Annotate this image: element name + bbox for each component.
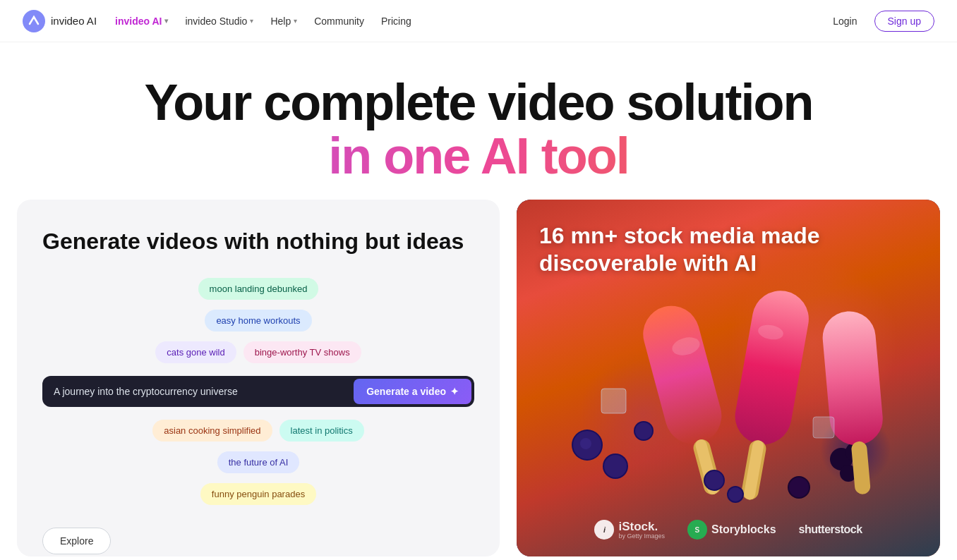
brand-istock: i iStock. by Getty Images — [594, 520, 665, 540]
svg-rect-14 — [730, 286, 813, 449]
chip-latest-politics[interactable]: latest in politics — [279, 420, 364, 442]
svg-point-5 — [604, 455, 627, 477]
chip-binge-worthy[interactable]: binge-worthy TV shows — [243, 341, 361, 363]
nav-item-invideo-ai[interactable]: invideo AI ▾ — [108, 11, 175, 31]
chip-home-workouts[interactable]: easy home workouts — [205, 310, 311, 331]
svg-point-26 — [789, 477, 809, 497]
chip-future-ai[interactable]: the future of AI — [217, 451, 300, 473]
brand-logos: i iStock. by Getty Images S Storyblocks … — [517, 520, 940, 540]
svg-point-24 — [728, 487, 742, 501]
svg-rect-18 — [851, 441, 871, 495]
svg-point-22 — [705, 471, 723, 489]
brand-shutterstock: shutterstock — [799, 523, 862, 536]
right-card-background: 16 mn+ stock media made discoverable wit… — [517, 200, 940, 556]
chip-row-1: moon landing debunked — [198, 278, 319, 300]
login-button[interactable]: Login — [824, 11, 865, 31]
nav-item-invideo-studio[interactable]: invideo Studio ▾ — [178, 11, 260, 31]
nav-item-help[interactable]: Help ▾ — [263, 11, 304, 31]
svg-point-7 — [635, 422, 652, 439]
sparkle-icon: ✦ — [450, 386, 459, 397]
popsicle-svg — [531, 248, 926, 516]
svg-point-0 — [23, 10, 45, 32]
navbar: invideo AI invideo AI ▾ invideo Studio ▾… — [0, 0, 957, 42]
chip-row-4: asian cooking simplified latest in polit… — [152, 420, 363, 442]
right-card-title: 16 mn+ stock media made discoverable wit… — [539, 222, 940, 276]
right-card: 16 mn+ stock media made discoverable wit… — [517, 200, 940, 556]
svg-point-3 — [580, 438, 591, 449]
chips-area: moon landing debunked easy home workouts… — [42, 278, 474, 505]
chip-penguin-parades[interactable]: funny penguin parades — [200, 483, 316, 505]
left-card: Generate videos with nothing but ideas m… — [17, 200, 500, 556]
explore-button[interactable]: Explore — [42, 528, 111, 554]
chevron-down-icon: ▾ — [164, 17, 168, 25]
generate-button[interactable]: Generate a video ✦ — [354, 379, 471, 404]
logo-text: invideo AI — [51, 15, 97, 27]
brand-storyblocks: S Storyblocks — [687, 520, 776, 540]
generate-button-label: Generate a video — [366, 386, 446, 397]
chip-row-2: easy home workouts — [205, 310, 311, 331]
nav-links: invideo AI ▾ invideo Studio ▾ Help ▾ Com… — [108, 11, 824, 31]
generate-input[interactable] — [54, 386, 354, 397]
svg-rect-27 — [601, 389, 626, 413]
cards-section: Generate videos with nothing but ideas m… — [0, 200, 957, 560]
chip-row-5: the future of AI — [217, 451, 300, 473]
generate-input-row: Generate a video ✦ — [42, 376, 474, 407]
storyblocks-icon: S — [687, 520, 707, 540]
nav-item-pricing[interactable]: Pricing — [374, 11, 419, 31]
chip-cats-gone-wild[interactable]: cats gone wild — [155, 341, 236, 363]
chip-moon-landing[interactable]: moon landing debunked — [198, 278, 319, 300]
hero-title-line2: in one AI tool — [14, 130, 943, 183]
chevron-down-icon: ▾ — [250, 17, 253, 25]
chip-asian-cooking[interactable]: asian cooking simplified — [152, 420, 272, 442]
svg-rect-28 — [813, 417, 834, 438]
nav-right: Login Sign up — [824, 11, 934, 32]
istock-icon: i — [594, 520, 614, 540]
chevron-down-icon: ▾ — [294, 17, 297, 25]
hero-section: Your complete video solution in one AI t… — [0, 42, 957, 200]
nav-item-community[interactable]: Community — [307, 11, 371, 31]
left-card-title: Generate videos with nothing but ideas — [42, 228, 474, 255]
logo-icon — [23, 10, 45, 32]
logo[interactable]: invideo AI — [23, 10, 97, 32]
chip-row-6: funny penguin parades — [200, 483, 316, 505]
hero-title-line1: Your complete video solution — [14, 76, 943, 130]
popsicle-visual — [517, 263, 940, 500]
chip-row-3: cats gone wild binge-worthy TV shows — [155, 341, 361, 363]
signup-button[interactable]: Sign up — [874, 11, 934, 32]
